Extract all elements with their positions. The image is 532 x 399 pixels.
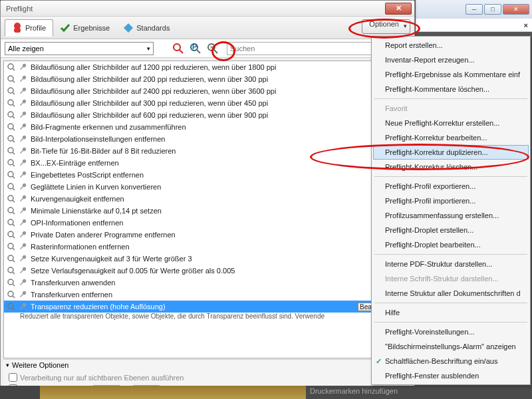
magnifier-wrench-icon[interactable] — [205, 41, 220, 56]
list-item-label: Transferkurven entfernen — [31, 291, 112, 299]
more-options-bar[interactable]: Weitere Optionen — [3, 359, 412, 370]
svg-line-13 — [13, 80, 15, 82]
list-item[interactable]: OPI-Informationen entfernen — [4, 217, 411, 229]
list-item[interactable]: Bildauflösung aller Strichbilder auf 300… — [4, 97, 411, 109]
svg-line-37 — [13, 224, 15, 226]
menu-item[interactable]: Interne PDF-Struktur darstellen... — [373, 257, 529, 271]
menu-item[interactable]: Preflight-Ergebnisse als Kommentare einf — [373, 67, 529, 82]
menu-item[interactable]: Interne Schrift-Struktur darstellen... — [373, 271, 529, 286]
visible-layers-checkbox[interactable]: Verarbeitung nur auf sichtbaren Ebenen a… — [9, 373, 184, 382]
menu-item[interactable]: Hilfe — [373, 305, 529, 320]
more-options-label: Weitere Optionen — [12, 361, 68, 369]
menu-item-label: Preflight-Korrektur löschen... — [385, 163, 477, 171]
svg-point-46 — [8, 279, 13, 285]
menu-item[interactable]: Preflight-Droplet bearbeiten... — [373, 237, 529, 252]
menu-item[interactable]: Favorit — [373, 101, 529, 116]
menu-item[interactable]: Preflight-Korrektur bearbeiten... — [373, 130, 529, 145]
menu-item[interactable]: Preflight-Fenster ausblenden — [373, 368, 529, 383]
magnifier-icon — [7, 218, 16, 227]
magnifier-icon — [7, 122, 16, 132]
magnifier-icon — [7, 230, 16, 239]
list-scroll[interactable]: Bildauflösung aller Strichbilder auf 120… — [4, 61, 411, 358]
list-item[interactable]: Kurvengenauigkeit entfernen — [4, 193, 411, 205]
magnifier-icon — [7, 266, 16, 275]
list-item[interactable]: Private Daten anderer Programme entferne… — [4, 229, 411, 241]
menu-item[interactable]: "Bildschirmeinstellungs-Alarm" anzeigen — [373, 339, 529, 354]
tab-results[interactable]: Ergebnisse — [53, 20, 116, 36]
standards-icon — [123, 23, 134, 33]
options-button[interactable]: Optionen — [362, 19, 410, 34]
list-item-selected[interactable]: Transparenz reduzieren (hohe Auflösung)B… — [4, 301, 411, 313]
panel-close-icon[interactable]: × — [524, 21, 528, 29]
menu-item[interactable]: Preflight-Korrektur duplizieren... — [373, 145, 529, 160]
menu-item[interactable]: Neue Preflight-Korrektur erstellen... — [373, 116, 529, 130]
svg-point-32 — [8, 196, 13, 201]
list-item[interactable]: Bildauflösung aller Strichbilder auf 120… — [4, 61, 411, 73]
list-item[interactable]: Transferkurven anwenden — [4, 277, 411, 289]
list-item[interactable]: Geglättete Linien in Kurven konvertieren — [4, 181, 411, 193]
list-item[interactable]: Transferkurven entfernen — [4, 289, 411, 301]
wrench-small-icon — [19, 302, 28, 311]
menu-item[interactable]: Preflight-Profil exportieren... — [373, 179, 529, 194]
wrench-small-icon — [19, 158, 28, 168]
magnifier-p-icon[interactable]: P — [188, 41, 203, 56]
menu-item[interactable]: ✓Schaltflächen-Beschriftung ein/aus — [373, 354, 529, 368]
list-item[interactable]: BX...EX-Einträge entfernen — [4, 157, 411, 169]
list-item-label: Rasterinformationen entfernen — [31, 243, 130, 251]
filter-dropdown[interactable]: Alle zeigen — [5, 42, 154, 55]
magnifier-icon — [7, 194, 16, 203]
list-item[interactable]: Bildauflösung aller Strichbilder auf 240… — [4, 85, 411, 97]
menu-item[interactable]: Preflight-Droplet erstellen... — [373, 223, 529, 237]
list-item[interactable]: Eingebettetes PostScript entfernen — [4, 169, 411, 181]
menu-item[interactable]: Preflight-Kommentare löschen... — [373, 82, 529, 96]
svg-rect-1 — [14, 28, 21, 33]
wrench-small-icon — [19, 134, 28, 144]
menu-item[interactable]: Report erstellen... — [373, 38, 529, 53]
svg-point-10 — [8, 64, 13, 69]
list-item[interactable]: Bild-Fragmente erkennen und zusammenführ… — [4, 121, 411, 133]
list-item[interactable]: Bildauflösung aller Strichbilder auf 200… — [4, 73, 411, 85]
results-icon — [60, 23, 70, 33]
list-item[interactable]: Rasterinformationen entfernen — [4, 241, 411, 253]
window-close-button[interactable]: ✕ — [385, 3, 412, 15]
list-item-label: Transferkurven anwenden — [31, 279, 115, 287]
list-item[interactable]: Bit-Tiefe für 16-Bit-Bilder auf 8 Bit re… — [4, 145, 411, 157]
bottom-text: Druckermarken hinzufügen — [310, 387, 398, 395]
svg-line-43 — [13, 260, 15, 262]
wrench-small-icon — [19, 110, 28, 120]
list-item[interactable]: Bildauflösung aller Strichbilder auf 600… — [4, 109, 411, 121]
minimize-button[interactable]: ─ — [466, 4, 483, 15]
wrench-small-icon — [19, 63, 28, 72]
svg-text:P: P — [192, 43, 197, 51]
list-item[interactable]: Minimale Linienstärke auf 0,14 pt setzen — [4, 205, 411, 217]
close-button[interactable]: ✕ — [503, 4, 529, 15]
menu-item[interactable]: Inventar-Report erzeugen... — [373, 53, 529, 67]
wrench-small-icon — [19, 182, 28, 192]
tab-profile[interactable]: Profile — [5, 19, 53, 37]
svg-point-20 — [8, 124, 13, 129]
svg-line-49 — [13, 296, 15, 298]
magnifier-icon — [7, 63, 16, 72]
list-item[interactable]: Bild-Interpolationseinstellungen entfern… — [4, 133, 411, 145]
window-title: Preflight — [3, 5, 385, 13]
svg-point-26 — [8, 160, 13, 165]
menu-item[interactable]: Preflight-Korrektur löschen... — [373, 160, 529, 174]
svg-point-44 — [8, 267, 13, 273]
svg-line-45 — [13, 272, 15, 274]
list-item[interactable]: Setze Kurvengenauigkeit auf 3 für Werte … — [4, 253, 411, 265]
list-item-label: Setze Verlaufsgenauigkeit auf 0.005 für … — [31, 267, 235, 275]
menu-item[interactable]: Profilzusammenfassung erstellen... — [373, 208, 529, 223]
list-item-label: Eingebettetes PostScript entfernen — [31, 171, 144, 179]
svg-point-50 — [8, 303, 13, 309]
toolbar: Alle zeigen P — [1, 39, 414, 58]
list-item[interactable]: Setze Verlaufsgenauigkeit auf 0.005 für … — [4, 265, 411, 277]
magnifier-icon — [7, 290, 16, 299]
tab-standards[interactable]: Standards — [116, 20, 176, 36]
maximize-button[interactable]: □ — [484, 4, 501, 15]
magnifier-red-icon[interactable] — [171, 41, 186, 56]
svg-point-38 — [8, 231, 13, 237]
fixup-list: Bildauflösung aller Strichbilder auf 120… — [3, 61, 412, 358]
menu-item[interactable]: Interne Struktur aller Dokumentschriften… — [373, 286, 529, 301]
menu-item[interactable]: Preflight-Profil importieren... — [373, 194, 529, 208]
menu-item[interactable]: Preflight-Voreinstellungen... — [373, 325, 529, 339]
